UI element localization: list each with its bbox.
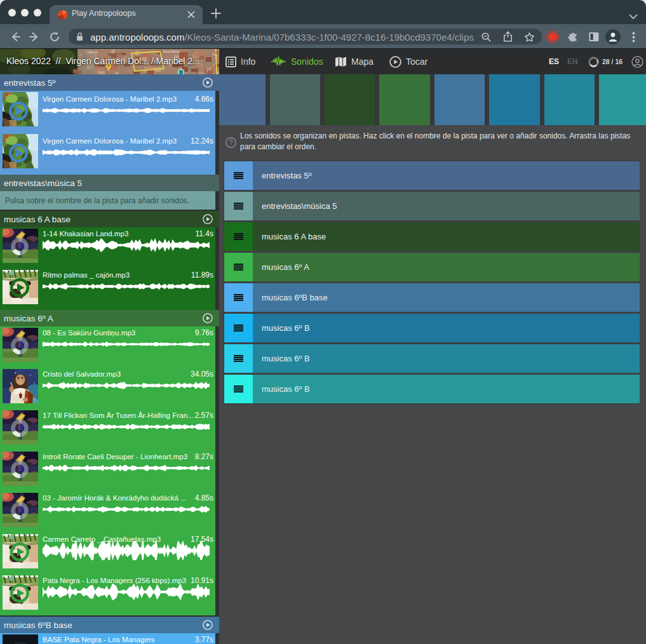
svg-text:Calle Ar...: Calle Ar...: [88, 51, 100, 54]
svg-text:?: ?: [229, 138, 232, 146]
svg-text:Santa Marina: Santa Marina: [163, 50, 180, 53]
